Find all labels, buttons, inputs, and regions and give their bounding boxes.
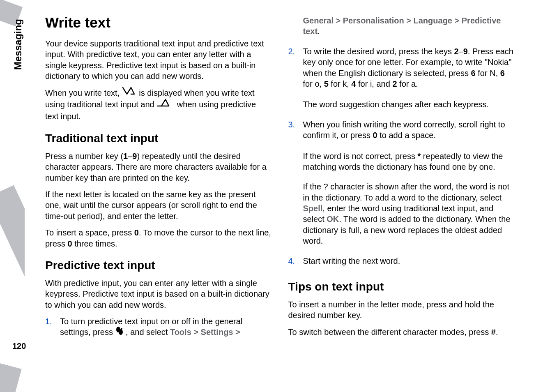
text-fragment: To write the desired word, press the key…	[303, 47, 454, 56]
text-fragment: –	[128, 152, 132, 161]
predictive-paragraph-1: With predictive input, you can enter any…	[45, 278, 272, 310]
menu-key-icon	[115, 326, 124, 338]
heading-tips: Tips on text input	[288, 280, 515, 293]
menu-path-personalisation: Personalisation	[343, 16, 404, 25]
key-4: 4	[351, 79, 356, 88]
text-fragment: .	[496, 327, 498, 337]
text-fragment: for a.	[397, 79, 418, 88]
step-2-note: The word suggestion changes after each k…	[288, 99, 515, 110]
menu-separator: >	[452, 16, 462, 25]
predictive-input-icon	[156, 99, 175, 110]
step-3-note-2: If the ? character is shown after the wo…	[288, 181, 515, 246]
traditional-paragraph-2: If the next letter is located on the sam…	[45, 189, 272, 221]
key-9: 9	[463, 47, 468, 56]
right-column: General > Personalisation > Language > P…	[280, 14, 519, 376]
text-fragment: To switch between the different characte…	[288, 327, 491, 337]
text-fragment: If the word is not correct, press	[303, 152, 418, 161]
list-number: 2.	[288, 46, 295, 57]
menu-path-language: Language	[414, 16, 452, 25]
predictive-steps-list-continued: 2. To write the desired word, press the …	[288, 46, 515, 94]
menu-separator: >	[404, 16, 414, 25]
text-fragment: three times.	[72, 239, 117, 248]
menu-path-settings: Settings	[201, 327, 233, 337]
predictive-steps-list-continued-2: 3. When you finish writing the word corr…	[288, 119, 515, 145]
key-2: 2	[454, 47, 458, 56]
text-fragment: Press a number key (	[45, 152, 123, 161]
predictive-steps-list-continued-3: 4. Start writing the next word.	[288, 256, 515, 270]
key-0: 0	[134, 228, 139, 237]
menu-path-tools: Tools	[170, 327, 191, 337]
key-hash: #	[491, 327, 496, 337]
text-fragment: –	[459, 47, 463, 56]
svg-point-2	[121, 328, 122, 330]
left-column: Write text Your device supports traditio…	[45, 14, 280, 376]
menu-ok: OK	[327, 214, 339, 224]
traditional-paragraph-1: Press a number key (1–9) repeatedly unti…	[45, 151, 272, 183]
menu-path-continuation: General > Personalisation > Language > P…	[288, 15, 515, 37]
menu-separator: >	[233, 327, 240, 337]
text-fragment: To insert a space, press	[45, 228, 134, 237]
section-label: Messaging	[12, 19, 24, 70]
key-5: 5	[324, 79, 329, 88]
text-fragment: If the ? character is shown after the wo…	[303, 182, 509, 202]
key-9: 9	[132, 152, 137, 161]
key-1: 1	[123, 152, 128, 161]
list-number: 3.	[288, 119, 295, 130]
key-2: 2	[392, 79, 397, 88]
icon-explanation-paragraph: When you write text, is displayed when y…	[45, 88, 272, 122]
text-fragment: to add a space.	[377, 131, 436, 140]
text-fragment: for i, and	[356, 79, 392, 88]
menu-path-general: General	[303, 16, 334, 25]
key-0: 0	[373, 131, 377, 140]
text-fragment: , and select	[126, 327, 170, 337]
text-fragment: for k,	[329, 79, 352, 88]
tips-paragraph-2: To switch between the different characte…	[288, 327, 515, 337]
content-area: Write text Your device supports traditio…	[45, 14, 518, 376]
text-fragment: for N,	[476, 69, 500, 78]
text-fragment: for o,	[303, 79, 324, 88]
menu-spell: Spell	[303, 204, 323, 213]
predictive-steps-list: 1. To turn predictive text input on or o…	[45, 316, 272, 343]
traditional-input-icon	[122, 87, 137, 98]
list-number: 1.	[45, 316, 52, 327]
list-item-3: 3. When you finish writing the word corr…	[288, 119, 515, 141]
menu-separator: >	[191, 327, 201, 337]
list-item-2: 2. To write the desired word, press the …	[288, 46, 515, 90]
text-fragment: When you write text,	[45, 88, 122, 97]
key-6: 6	[500, 69, 505, 78]
svg-point-1	[119, 329, 123, 335]
tips-paragraph-1: To insert a number in the letter mode, p…	[288, 299, 515, 321]
heading-predictive-input: Predictive text input	[45, 259, 272, 272]
key-6: 6	[471, 69, 476, 78]
step-3-note-1: If the word is not correct, press * repe…	[288, 151, 515, 173]
page-number: 120	[12, 341, 26, 351]
list-item-1: 1. To turn predictive text input on or o…	[45, 316, 272, 339]
traditional-paragraph-3: To insert a space, press 0. To move the …	[45, 227, 272, 249]
key-0: 0	[67, 239, 72, 248]
text-fragment: .	[318, 27, 320, 36]
text-fragment: Start writing the next word.	[303, 256, 400, 265]
heading-traditional-input: Traditional text input	[45, 132, 272, 145]
menu-separator: >	[334, 16, 343, 25]
list-item-4: 4. Start writing the next word.	[288, 256, 515, 266]
list-number: 4.	[288, 256, 295, 266]
heading-write-text: Write text	[45, 14, 272, 31]
intro-paragraph: Your device supports traditional text in…	[45, 38, 272, 82]
